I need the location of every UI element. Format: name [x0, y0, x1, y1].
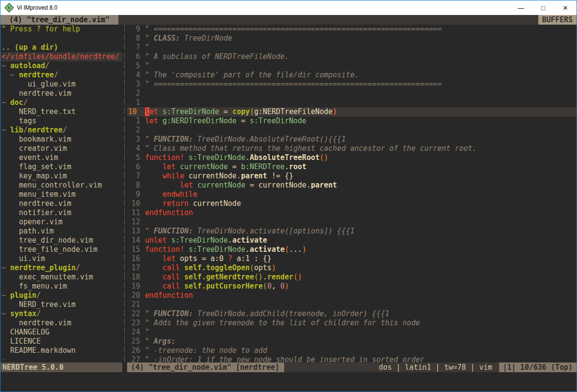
- status-line: NERDTree 5.0.0 (4) "tree_dir_node.vim" […: [0, 363, 577, 372]
- code-line[interactable]: 14unlet s:TreeDirNode.activate: [127, 236, 577, 245]
- tree-item[interactable]: ~: [1, 355, 122, 363]
- code-line[interactable]: 18 call self.getNerdtree().render(): [127, 273, 577, 282]
- code-line[interactable]: 1: [127, 98, 577, 107]
- tree-item[interactable]: ~ autoload/: [1, 61, 122, 71]
- tree-item[interactable]: fs_menu.vim: [1, 282, 122, 291]
- tree-item[interactable]: tags: [1, 116, 122, 126]
- code-line[interactable]: 12: [127, 218, 577, 227]
- tree-item[interactable]: flag_set.vim: [1, 162, 122, 172]
- command-line[interactable]: [0, 372, 577, 392]
- title-bar[interactable]: V Vi IMproved 8.0 — □ ✕: [0, 0, 577, 15]
- window-split-separator[interactable]: [122, 25, 127, 363]
- code-line[interactable]: 26" -treenode: the node to add: [127, 346, 577, 355]
- tree-item[interactable]: CHANGELOG: [1, 328, 122, 337]
- text-segment: [145, 181, 180, 189]
- text-segment: [145, 263, 162, 272]
- code-line[interactable]: 13" FUNCTION: TreeDirNode.activate([opti…: [127, 227, 577, 236]
- tree-item[interactable]: creator.vim: [1, 144, 122, 153]
- tree-item[interactable]: NERD_tree.vim: [1, 300, 122, 309]
- tree-item[interactable]: notifier.vim: [1, 208, 122, 218]
- text-segment: flag_set.vim: [19, 162, 71, 171]
- minimize-button[interactable]: —: [510, 0, 532, 15]
- code-line[interactable]: 25" Args:: [127, 337, 577, 346]
- code-line[interactable]: 5": [127, 61, 577, 71]
- maximize-button[interactable]: □: [532, 0, 554, 15]
- tree-item[interactable]: menu_item.vim: [1, 190, 122, 199]
- tree-item[interactable]: exec_menuitem.vim: [1, 273, 122, 282]
- code-line[interactable]: 7 while currentNode.parent != {}: [127, 172, 577, 181]
- text-segment: " Press ? for help: [1, 25, 80, 33]
- code-line[interactable]: 6" A subclass of NERDTreeFileNode.: [127, 52, 577, 61]
- code-line[interactable]: 27" -inOrder: 1 if the new node should b…: [127, 355, 577, 363]
- tree-item[interactable]: ~ plugin/: [1, 291, 122, 300]
- code-line[interactable]: 21: [127, 300, 577, 309]
- code-line[interactable]: 1let g:NERDTreeDirNode = s:TreeDirNode: [127, 116, 577, 126]
- code-line[interactable]: 20endfunction: [127, 291, 577, 300]
- line-number: 9: [127, 190, 145, 199]
- code-line[interactable]: 9 endwhile: [127, 190, 577, 199]
- code-line[interactable]: 3" =====================================…: [127, 80, 577, 89]
- tree-item[interactable]: nerdtree.vim: [1, 89, 122, 98]
- text-segment: ~: [1, 291, 10, 300]
- code-line[interactable]: 3" FUNCTION: TreeDirNode.AbsoluteTreeRoo…: [127, 135, 577, 144]
- code-line[interactable]: 2: [127, 89, 577, 98]
- code-line[interactable]: 4" The 'composite' part of the file/dir …: [127, 71, 577, 80]
- code-line[interactable]: 7": [127, 43, 577, 52]
- tree-item[interactable]: nerdtree.vim: [1, 319, 122, 328]
- code-line[interactable]: 15function! s:TreeDirNode.activate(...): [127, 245, 577, 254]
- tree-item[interactable]: NERD_tree.txt: [1, 107, 122, 116]
- code-line[interactable]: 19 call self.putCursorHere(0, 0): [127, 282, 577, 291]
- tree-item[interactable]: bookmark.vim: [1, 135, 122, 144]
- code-text: endfunction: [145, 208, 577, 218]
- close-button[interactable]: ✕: [554, 0, 577, 15]
- tree-item[interactable]: README.markdown: [1, 346, 122, 355]
- code-line[interactable]: 23" Adds the given treenode to the list …: [127, 319, 577, 328]
- code-line[interactable]: 6 let currentNode = b:NERDTree.root: [127, 162, 577, 172]
- vim-icon[interactable]: V: [4, 3, 14, 13]
- text-segment: b:NERDTree: [241, 162, 285, 171]
- text-segment: [1, 181, 19, 189]
- tree-item[interactable]: ~ lib/nerdtree/: [1, 126, 122, 135]
- code-line[interactable]: 8 let currentNode = currentNode.parent: [127, 181, 577, 190]
- text-segment: a:1 : {}: [232, 254, 272, 263]
- code-line[interactable]: 11endfunction: [127, 208, 577, 218]
- text-segment: [145, 190, 162, 199]
- code-line[interactable]: 8" CLASS: TreeDirNode: [127, 34, 577, 43]
- tree-item[interactable]: ~ syntax/: [1, 309, 122, 319]
- code-line[interactable]: 4" Class method that returns the highest…: [127, 144, 577, 153]
- tree-item[interactable]: path.vim: [1, 227, 122, 236]
- code-line[interactable]: 17 call self.toggleOpen(opts): [127, 263, 577, 273]
- text-segment: ...: [289, 245, 302, 254]
- code-line[interactable]: 22" FUNCTION: TreeDirNode.addChild(treen…: [127, 309, 577, 319]
- tree-item[interactable]: LICENCE: [1, 337, 122, 346]
- tree-item[interactable]: ~ nerdtree_plugin/: [1, 263, 122, 273]
- code-line[interactable]: 9" =====================================…: [127, 25, 577, 34]
- tab-tree-dir-node[interactable]: (4) "tree_dir_node.vim": [0, 15, 118, 25]
- line-number: 2: [127, 89, 145, 98]
- tree-item[interactable]: tree_file_node.vim: [1, 245, 122, 254]
- text-segment: call: [162, 263, 180, 272]
- tree-item[interactable]: nerdtree.vim: [1, 199, 122, 208]
- tree-item[interactable]: key_map.vim: [1, 172, 122, 181]
- tree-root-item[interactable]: </vimfiles/bundle/nerdtree/: [0, 52, 122, 61]
- tree-item[interactable]: .. (up a dir): [1, 43, 122, 52]
- code-line[interactable]: 24": [127, 328, 577, 337]
- code-line-current[interactable]: 10let s:TreeDirNode = copy(g:NERDTreeFil…: [127, 107, 577, 116]
- tree-item[interactable]: opener.vim: [1, 218, 122, 227]
- code-line[interactable]: 2: [127, 126, 577, 135]
- tree-item[interactable]: ui_glue.vim: [1, 80, 122, 89]
- tree-item[interactable]: ui.vim: [1, 254, 122, 263]
- tree-item[interactable]: ~ nerdtree/: [1, 71, 122, 80]
- code-line[interactable]: 10 return currentNode: [127, 199, 577, 208]
- line-number: 26: [127, 346, 145, 355]
- tree-item[interactable]: event.vim: [1, 153, 122, 162]
- tree-item[interactable]: " Press ? for help: [1, 25, 122, 34]
- tree-item[interactable]: ~ doc/: [1, 98, 122, 107]
- text-segment: (: [250, 107, 254, 116]
- code-line[interactable]: 5function! s:TreeDirNode.AbsoluteTreeRoo…: [127, 153, 577, 162]
- tree-item[interactable]: menu_controller.vim: [1, 181, 122, 190]
- code-line[interactable]: 16 let opts = a:0 ? a:1 : {}: [127, 254, 577, 263]
- tree-item[interactable]: [1, 34, 122, 43]
- text-segment: currentNode: [180, 162, 228, 171]
- tree-item[interactable]: tree_dir_node.vim: [1, 236, 122, 245]
